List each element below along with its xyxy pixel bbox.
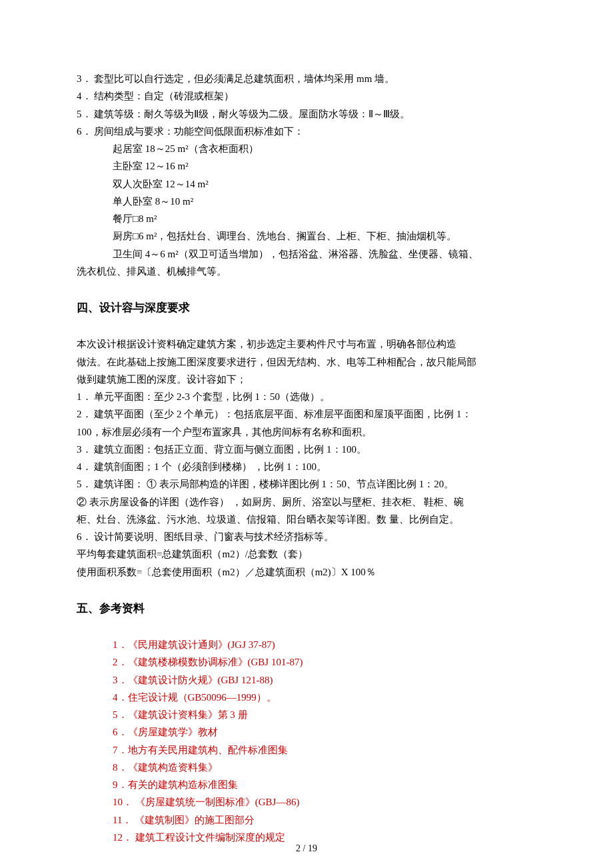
reference-item: 6．《房屋建筑学》教材 bbox=[113, 723, 536, 741]
section-4-item: 1． 单元平面图：至少 2-3 个套型，比例 1：50（选做）。 bbox=[77, 388, 536, 405]
list-item: 3． 套型比可以自行选定，但必须满足总建筑面积，墙体均采用 mm 墙。 bbox=[77, 70, 536, 87]
room-spec: 起居室 18～25 m²（含衣柜面积） bbox=[113, 140, 536, 157]
section-4-item: 3． 建筑立面图：包括正立面、背立面与侧立面图，比例 1：100。 bbox=[77, 441, 536, 458]
section-4-item: 5． 建筑详图： ① 表示局部构造的详图，楼梯详图比例 1：50、节点详图比例 … bbox=[77, 475, 536, 493]
section-4-heading: 四、设计容与深度要求 bbox=[77, 298, 536, 318]
reference-item: 4．住宅设计规（GB50096—1999）。 bbox=[113, 689, 536, 706]
section-4-formula: 使用面积系数=〔总套使用面积（m2）／总建筑面积（m2)〕X 100％ bbox=[77, 563, 536, 581]
section-4-item: 6． 设计简要说明、图纸目录、门窗表与技术经济指标等。 bbox=[77, 528, 536, 545]
section-4-item: 柜、灶台、洗涤盆、污水池、垃圾道、信报箱、阳台晒衣架等详图。数 量、比例自定。 bbox=[77, 511, 536, 528]
room-spec: 单人卧室 8～10 m² bbox=[113, 193, 536, 210]
reference-item: 9．有关的建筑构造标准图集 bbox=[113, 776, 536, 793]
reference-item: 10． 《房屋建筑统一制图标准》(GBJ—86) bbox=[113, 793, 536, 811]
page-number: 2 / 19 bbox=[0, 841, 613, 857]
section-5-heading: 五、参考资料 bbox=[77, 599, 536, 619]
reference-item: 8．《建筑构造资料集》 bbox=[113, 759, 536, 776]
room-spec: 双人次卧室 12～14 m² bbox=[113, 175, 536, 193]
document-page: 3． 套型比可以自行选定，但必须满足总建筑面积，墙体均采用 mm 墙。 4． 结… bbox=[0, 0, 613, 868]
room-spec: 主卧室 12～16 m² bbox=[113, 157, 536, 175]
section-4-intro: 本次设计根据设计资料确定建筑方案，初步选定主要构件尺寸与布置，明确各部位构造 bbox=[77, 335, 536, 353]
section-4-intro: 做法。在此基础上按施工图深度要求进行，但因无结构、水、电等工种相配合，故只能局部 bbox=[77, 353, 536, 371]
top-numbered-list: 3． 套型比可以自行选定，但必须满足总建筑面积，墙体均采用 mm 墙。 4． 结… bbox=[77, 70, 536, 140]
reference-item: 11． 《建筑制图》的施工图部分 bbox=[113, 811, 536, 829]
room-spec: 厨房□6 m²，包括灶台、调理台、洗地台、搁置台、上柜、下柜、抽油烟机等。 bbox=[113, 227, 536, 245]
section-4-item: ② 表示房屋设备的详图（选作容） ，如厨房、厕所、浴室以与壁柜、挂衣柜、 鞋柜、… bbox=[77, 493, 536, 511]
reference-item: 7．地方有关民用建筑构、配件标准图集 bbox=[113, 741, 536, 759]
section-4-item: 4． 建筑剖面图；1 个（必须剖到楼梯） ，比例 1：100。 bbox=[77, 458, 536, 475]
list-item: 5． 建筑等级：耐久等级为Ⅱ级，耐火等级为二级。屋面防水等级：Ⅱ～Ⅲ级。 bbox=[77, 105, 536, 123]
room-spec-block: 起居室 18～25 m²（含衣柜面积） 主卧室 12～16 m² 双人次卧室 1… bbox=[77, 140, 536, 245]
list-item: 6． 房间组成与要求：功能空间低限面积标准如下： bbox=[77, 123, 536, 140]
reference-item: 5．《建筑设计资料集》第 3 册 bbox=[113, 706, 536, 723]
section-4-item: 2． 建筑平面图（至少 2 个单元）：包括底层平面、标准层平面图和屋顶平面图，比… bbox=[77, 405, 536, 423]
room-spec: 餐厅□8 m² bbox=[113, 210, 536, 227]
section-4-formula: 平均每套建筑面积=总建筑面积（m2）/总套数（套） bbox=[77, 545, 536, 563]
section-4-body: 本次设计根据设计资料确定建筑方案，初步选定主要构件尺寸与布置，明确各部位构造 做… bbox=[77, 335, 536, 581]
bathroom-spec-cont: 洗衣机位、排风道、机械排气等。 bbox=[77, 263, 536, 280]
list-item: 4． 结构类型：自定（砖混或框架） bbox=[77, 87, 536, 105]
reference-item: 3．《建筑设计防火规》(GBJ 121-88) bbox=[113, 671, 536, 689]
bathroom-spec: 卫生间 4～6 m²（双卫可适当增加），包括浴盆、淋浴器、洗脸盆、坐便器、镜箱、 bbox=[77, 245, 536, 263]
reference-item: 2．《建筑楼梯模数协调标准》(GBJ 101-87) bbox=[113, 653, 536, 671]
reference-list: 1．《民用建筑设计通则》(JGJ 37-87) 2．《建筑楼梯模数协调标准》(G… bbox=[77, 636, 536, 846]
section-4-intro: 做到建筑施工图的深度。设计容如下； bbox=[77, 371, 536, 388]
section-4-item: 100，标准层必须有一个户型布置家具，其他房间标有名称和面积。 bbox=[77, 423, 536, 441]
reference-item: 1．《民用建筑设计通则》(JGJ 37-87) bbox=[113, 636, 536, 653]
